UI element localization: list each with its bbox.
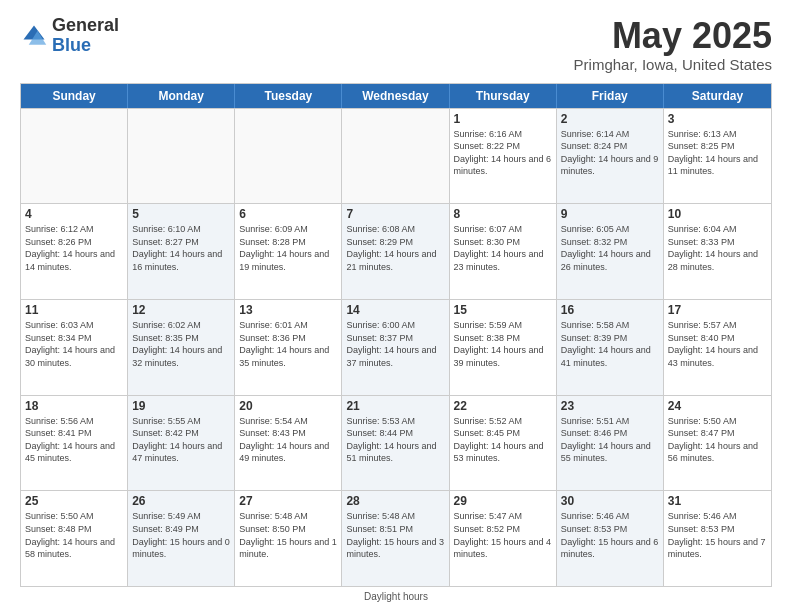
day-number: 14	[346, 303, 444, 317]
calendar-header-wednesday: Wednesday	[342, 84, 449, 108]
day-number: 24	[668, 399, 767, 413]
calendar-row-5: 25Sunrise: 5:50 AM Sunset: 8:48 PM Dayli…	[21, 490, 771, 586]
calendar-cell: 9Sunrise: 6:05 AM Sunset: 8:32 PM Daylig…	[557, 204, 664, 299]
day-number: 8	[454, 207, 552, 221]
day-number: 31	[668, 494, 767, 508]
day-info: Sunrise: 6:01 AM Sunset: 8:36 PM Dayligh…	[239, 319, 337, 369]
calendar-cell: 26Sunrise: 5:49 AM Sunset: 8:49 PM Dayli…	[128, 491, 235, 586]
calendar-header-friday: Friday	[557, 84, 664, 108]
calendar-row-2: 4Sunrise: 6:12 AM Sunset: 8:26 PM Daylig…	[21, 203, 771, 299]
calendar-cell: 24Sunrise: 5:50 AM Sunset: 8:47 PM Dayli…	[664, 396, 771, 491]
day-info: Sunrise: 6:10 AM Sunset: 8:27 PM Dayligh…	[132, 223, 230, 273]
day-info: Sunrise: 6:16 AM Sunset: 8:22 PM Dayligh…	[454, 128, 552, 178]
subtitle: Primghar, Iowa, United States	[574, 56, 772, 73]
day-info: Sunrise: 5:46 AM Sunset: 8:53 PM Dayligh…	[561, 510, 659, 560]
day-number: 15	[454, 303, 552, 317]
day-number: 27	[239, 494, 337, 508]
day-info: Sunrise: 5:57 AM Sunset: 8:40 PM Dayligh…	[668, 319, 767, 369]
logo-blue-text: Blue	[52, 36, 119, 56]
day-number: 1	[454, 112, 552, 126]
day-number: 10	[668, 207, 767, 221]
day-number: 23	[561, 399, 659, 413]
calendar-cell: 16Sunrise: 5:58 AM Sunset: 8:39 PM Dayli…	[557, 300, 664, 395]
calendar-cell: 17Sunrise: 5:57 AM Sunset: 8:40 PM Dayli…	[664, 300, 771, 395]
calendar-cell	[21, 109, 128, 204]
calendar-header-monday: Monday	[128, 84, 235, 108]
logo-general-text: General	[52, 16, 119, 36]
calendar-header-thursday: Thursday	[450, 84, 557, 108]
calendar-cell: 29Sunrise: 5:47 AM Sunset: 8:52 PM Dayli…	[450, 491, 557, 586]
logo-icon	[20, 22, 48, 50]
footer-note: Daylight hours	[20, 591, 772, 602]
day-number: 30	[561, 494, 659, 508]
calendar-header: SundayMondayTuesdayWednesdayThursdayFrid…	[21, 84, 771, 108]
day-info: Sunrise: 5:56 AM Sunset: 8:41 PM Dayligh…	[25, 415, 123, 465]
calendar-cell: 4Sunrise: 6:12 AM Sunset: 8:26 PM Daylig…	[21, 204, 128, 299]
day-number: 4	[25, 207, 123, 221]
calendar-cell: 3Sunrise: 6:13 AM Sunset: 8:25 PM Daylig…	[664, 109, 771, 204]
day-info: Sunrise: 5:50 AM Sunset: 8:48 PM Dayligh…	[25, 510, 123, 560]
calendar-cell: 30Sunrise: 5:46 AM Sunset: 8:53 PM Dayli…	[557, 491, 664, 586]
day-info: Sunrise: 6:13 AM Sunset: 8:25 PM Dayligh…	[668, 128, 767, 178]
day-number: 6	[239, 207, 337, 221]
day-number: 26	[132, 494, 230, 508]
day-info: Sunrise: 6:00 AM Sunset: 8:37 PM Dayligh…	[346, 319, 444, 369]
day-number: 2	[561, 112, 659, 126]
day-info: Sunrise: 6:03 AM Sunset: 8:34 PM Dayligh…	[25, 319, 123, 369]
calendar-header-sunday: Sunday	[21, 84, 128, 108]
calendar-body: 1Sunrise: 6:16 AM Sunset: 8:22 PM Daylig…	[21, 108, 771, 586]
day-number: 19	[132, 399, 230, 413]
calendar-cell: 13Sunrise: 6:01 AM Sunset: 8:36 PM Dayli…	[235, 300, 342, 395]
day-info: Sunrise: 6:05 AM Sunset: 8:32 PM Dayligh…	[561, 223, 659, 273]
calendar-header-saturday: Saturday	[664, 84, 771, 108]
logo: General Blue	[20, 16, 119, 56]
day-info: Sunrise: 6:08 AM Sunset: 8:29 PM Dayligh…	[346, 223, 444, 273]
day-info: Sunrise: 5:48 AM Sunset: 8:51 PM Dayligh…	[346, 510, 444, 560]
day-info: Sunrise: 5:58 AM Sunset: 8:39 PM Dayligh…	[561, 319, 659, 369]
day-info: Sunrise: 5:59 AM Sunset: 8:38 PM Dayligh…	[454, 319, 552, 369]
main-title: May 2025	[574, 16, 772, 56]
calendar-cell: 28Sunrise: 5:48 AM Sunset: 8:51 PM Dayli…	[342, 491, 449, 586]
calendar-cell: 27Sunrise: 5:48 AM Sunset: 8:50 PM Dayli…	[235, 491, 342, 586]
calendar-cell: 12Sunrise: 6:02 AM Sunset: 8:35 PM Dayli…	[128, 300, 235, 395]
calendar-row-4: 18Sunrise: 5:56 AM Sunset: 8:41 PM Dayli…	[21, 395, 771, 491]
header: General Blue May 2025 Primghar, Iowa, Un…	[20, 16, 772, 73]
calendar-cell: 22Sunrise: 5:52 AM Sunset: 8:45 PM Dayli…	[450, 396, 557, 491]
day-number: 16	[561, 303, 659, 317]
day-number: 28	[346, 494, 444, 508]
calendar-cell: 21Sunrise: 5:53 AM Sunset: 8:44 PM Dayli…	[342, 396, 449, 491]
day-info: Sunrise: 5:54 AM Sunset: 8:43 PM Dayligh…	[239, 415, 337, 465]
page: General Blue May 2025 Primghar, Iowa, Un…	[0, 0, 792, 612]
day-number: 7	[346, 207, 444, 221]
calendar-cell: 25Sunrise: 5:50 AM Sunset: 8:48 PM Dayli…	[21, 491, 128, 586]
calendar: SundayMondayTuesdayWednesdayThursdayFrid…	[20, 83, 772, 587]
calendar-cell: 14Sunrise: 6:00 AM Sunset: 8:37 PM Dayli…	[342, 300, 449, 395]
calendar-cell: 10Sunrise: 6:04 AM Sunset: 8:33 PM Dayli…	[664, 204, 771, 299]
calendar-cell: 31Sunrise: 5:46 AM Sunset: 8:53 PM Dayli…	[664, 491, 771, 586]
day-info: Sunrise: 6:09 AM Sunset: 8:28 PM Dayligh…	[239, 223, 337, 273]
day-info: Sunrise: 5:48 AM Sunset: 8:50 PM Dayligh…	[239, 510, 337, 560]
day-number: 22	[454, 399, 552, 413]
calendar-cell: 20Sunrise: 5:54 AM Sunset: 8:43 PM Dayli…	[235, 396, 342, 491]
calendar-cell: 5Sunrise: 6:10 AM Sunset: 8:27 PM Daylig…	[128, 204, 235, 299]
calendar-cell: 7Sunrise: 6:08 AM Sunset: 8:29 PM Daylig…	[342, 204, 449, 299]
day-number: 5	[132, 207, 230, 221]
day-number: 11	[25, 303, 123, 317]
calendar-cell	[342, 109, 449, 204]
day-number: 20	[239, 399, 337, 413]
day-number: 17	[668, 303, 767, 317]
day-number: 25	[25, 494, 123, 508]
day-number: 3	[668, 112, 767, 126]
calendar-cell: 15Sunrise: 5:59 AM Sunset: 8:38 PM Dayli…	[450, 300, 557, 395]
day-number: 29	[454, 494, 552, 508]
logo-text: General Blue	[52, 16, 119, 56]
calendar-cell: 23Sunrise: 5:51 AM Sunset: 8:46 PM Dayli…	[557, 396, 664, 491]
day-info: Sunrise: 5:49 AM Sunset: 8:49 PM Dayligh…	[132, 510, 230, 560]
day-info: Sunrise: 6:04 AM Sunset: 8:33 PM Dayligh…	[668, 223, 767, 273]
calendar-cell: 19Sunrise: 5:55 AM Sunset: 8:42 PM Dayli…	[128, 396, 235, 491]
day-number: 13	[239, 303, 337, 317]
day-info: Sunrise: 5:55 AM Sunset: 8:42 PM Dayligh…	[132, 415, 230, 465]
calendar-cell: 8Sunrise: 6:07 AM Sunset: 8:30 PM Daylig…	[450, 204, 557, 299]
day-info: Sunrise: 5:50 AM Sunset: 8:47 PM Dayligh…	[668, 415, 767, 465]
calendar-cell: 11Sunrise: 6:03 AM Sunset: 8:34 PM Dayli…	[21, 300, 128, 395]
